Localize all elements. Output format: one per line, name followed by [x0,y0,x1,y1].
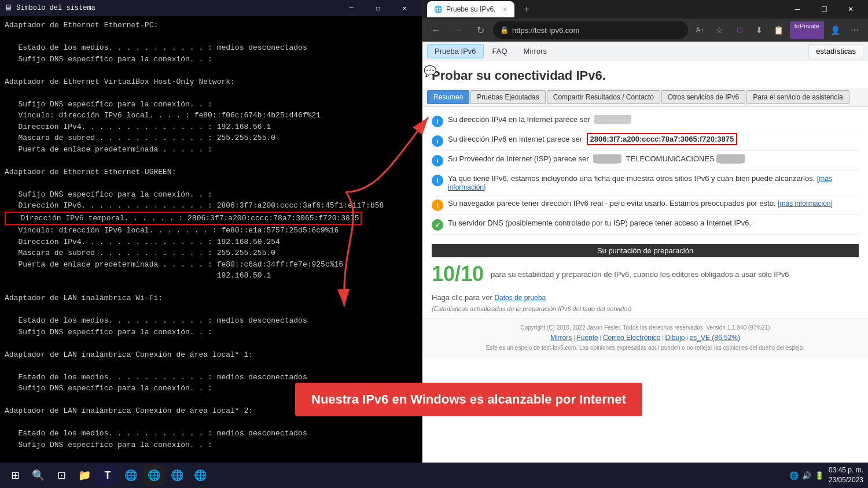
cmd-line: Máscara de subred . . . . . . . . . . . … [5,247,417,259]
footer-link-fuente[interactable]: Fuente [576,334,598,342]
isp-suffix-blurred: ████ [716,154,745,163]
start-btn[interactable]: ⊞ [5,465,25,486]
taskbar-right: 🌐 🔊 🔋 03:45 p. m. 23/05/2023 [789,465,863,485]
info-icon-warning: ! [432,199,443,211]
test-data-link[interactable]: Datos de prueba [494,294,546,302]
ipv4-row: i Su dirección IPv4 en la Internet parec… [432,112,859,131]
browser-titlebar: 🌐 Pruebe su IPv6. ✕ + ─ ☐ ✕ [422,0,868,19]
footer-link-dibujo[interactable]: Dibujo [665,334,685,342]
footer-link-esve[interactable]: es_VE (86.52%) [690,334,740,342]
cmd-line: Sufijo DNS específico para la conexión. … [5,189,417,201]
footer-link-mirrors[interactable]: Mirrors [550,334,572,342]
sub-tab-pruebas[interactable]: Pruebas Ejecutadas [470,90,545,104]
profile-btn[interactable]: 👤 [826,21,844,39]
browser-toolbar: ← → ↻ 🔒 https://test-ipv6.com A↑ ☆ ⬡ ⬇ 📋… [422,19,868,42]
nav-tab-prueba[interactable]: Prueba IPv6 [427,44,484,58]
cmd-maximize-btn[interactable]: ☐ [365,0,391,16]
taskbar-search[interactable]: 🔍 [28,465,49,486]
footer-link-correo[interactable]: Correo Electrónico [603,334,660,342]
favorites-btn[interactable]: ☆ [711,21,729,39]
taskbar-browser1[interactable]: 🌐 [120,465,141,486]
footer-copyright: Copyright (C) 2010, 2022 Jason Fesler. T… [432,323,859,332]
cmd-icon: 🖥 [5,3,13,13]
taskbar-app-t[interactable]: T [97,465,118,486]
cmd-line: Adaptador de Ethernet Ethernet-UGREEN: [5,167,417,178]
nav-tab-faq[interactable]: FAQ [485,44,515,58]
browser-tabs-area: 🌐 Pruebe su IPv6. ✕ + [427,1,534,17]
cmd-line: Dirección IPv6. . . . . . . . . . . . . … [5,200,417,212]
taskbar-battery-icon: 🔋 [815,471,824,480]
lock-icon: 🔒 [500,26,509,34]
browser-minimize-btn[interactable]: ─ [785,1,810,17]
cmd-line [5,417,417,428]
cmd-line: Sufijo DNS específico para la conexión. … [5,439,417,451]
info-section: i Su dirección IPv4 en la Internet parec… [422,107,868,239]
estadisticas-btn[interactable]: estadísticas [808,44,863,58]
cmd-line: Dirección IPv4. . . . . . . . . . . . . … [5,121,417,133]
taskbar-browser2[interactable]: 🌐 [144,465,164,486]
red-banner: Nuestra IPv6 en Windows es alcanzable po… [295,383,642,416]
ficha-text: Ya que tiene IPv6, estamos incluyendo un… [448,174,817,183]
cmd-line [5,338,417,349]
browser-toolbar-actions: A↑ ☆ ⬡ ⬇ 📋 InPrivate 👤 ⋯ [692,21,863,39]
cmd-titlebar: 🖥 Símbolo del sistema ─ ☐ ✕ [0,0,422,16]
cmd-line: Dirección IPv4. . . . . . . . . . . . . … [5,236,417,248]
settings-btn[interactable]: ⋯ [846,21,863,39]
page-footer: Copyright (C) 2010, 2022 Jason Fesler. T… [422,318,868,357]
taskbar-time-value: 03:45 p. m. [829,465,863,475]
new-tab-btn[interactable]: + [519,4,534,14]
cmd-close-btn[interactable]: ✕ [392,0,417,16]
forward-btn[interactable]: → [449,21,468,39]
cmd-line: Dirección IPv6 temporal. . . . . . : 280… [5,212,417,225]
test-data-text: Haga clic para ver [432,293,492,302]
sub-tab-resumen[interactable]: Resumen [427,90,469,104]
info-icon-ficha: i [432,175,443,186]
taskbar-date-value: 23/05/2023 [829,475,863,485]
cmd-line: Puerta de enlace predeterminada . . . . … [5,259,417,271]
cmd-line: Puerta de enlace predeterminada . . . . … [5,144,417,156]
browser-maximize-btn[interactable]: ☐ [811,1,837,17]
isp-value-blurred: ████ [593,154,621,163]
inprivate-badge: InPrivate [790,21,824,39]
info-icon-ipv4: i [432,116,443,127]
browser-tab-title: Pruebe su IPv6. [446,5,495,13]
cmd-line [5,304,417,316]
cmd-minimize-btn[interactable]: ─ [339,0,364,16]
sub-tab-asistencia[interactable]: Para el servicio de asistencia [746,90,849,104]
taskbar-volume-icon: 🔊 [802,471,811,480]
history-btn[interactable]: 📋 [770,21,788,39]
isp-row: i Su Proveedor de Internet (ISP) parece … [432,151,859,171]
browser-tab-favicon: 🌐 [434,5,443,13]
refresh-btn[interactable]: ↻ [471,21,490,39]
dns-text: Tu servidor DNS (posiblemente controlado… [448,219,751,227]
footer-mirror-note: Este es un espejo de test-ipv6.com. Las … [432,343,859,353]
taskbar-taskview[interactable]: ⊡ [51,465,72,486]
address-bar[interactable]: 🔒 https://test-ipv6.com [493,21,688,39]
cmd-line: Vínculo: dirección IPv6 local. . . . : f… [5,110,417,121]
sub-tab-otros[interactable]: Otros servicios de IPv6 [661,90,745,104]
taskbar-browser4[interactable]: 🌐 [190,465,211,486]
browser-tab-active[interactable]: 🌐 Pruebe su IPv6. ✕ [427,1,514,17]
cmd-controls: ─ ☐ ✕ [339,0,417,16]
browser-close-btn[interactable]: ✕ [838,1,863,17]
cmd-line: Estado de los medios. . . . . . . . . . … [5,42,417,54]
extensions-btn[interactable]: A↑ [692,21,709,39]
cmd-line [5,282,417,293]
taskbar-clock: 03:45 p. m. 23/05/2023 [829,465,863,485]
warning-link[interactable]: [más información] [778,199,833,208]
taskbar-browser3[interactable]: 🌐 [167,465,187,486]
collections-btn[interactable]: ⬡ [731,21,748,39]
back-btn[interactable]: ← [427,21,446,39]
download-btn[interactable]: ⬇ [751,21,768,39]
taskbar-fileexplorer[interactable]: 📁 [74,465,95,486]
score-description: para su estabilidad y preparación de IPv… [491,270,859,279]
sub-tab-compartir[interactable]: Compartir Resultados / Contacto [547,90,660,104]
ipv4-value: ██████ [594,115,631,124]
cmd-line [5,31,417,43]
taskbar: ⊞ 🔍 ⊡ 📁 T 🌐 🌐 🌐 🌐 🌐 🔊 🔋 03:45 p. m. 23/0… [0,463,868,488]
cmd-line: Vínculo: dirección IPv6 local. . . . . .… [5,225,417,236]
nav-tab-mirrors[interactable]: Mirrors [516,44,554,58]
score-section: Su puntación de preparación 10/10 para s… [422,239,868,318]
browser-tab-close[interactable]: ✕ [502,6,507,13]
cmd-line: Adaptador de Ethernet VirtualBox Host-On… [5,76,417,88]
